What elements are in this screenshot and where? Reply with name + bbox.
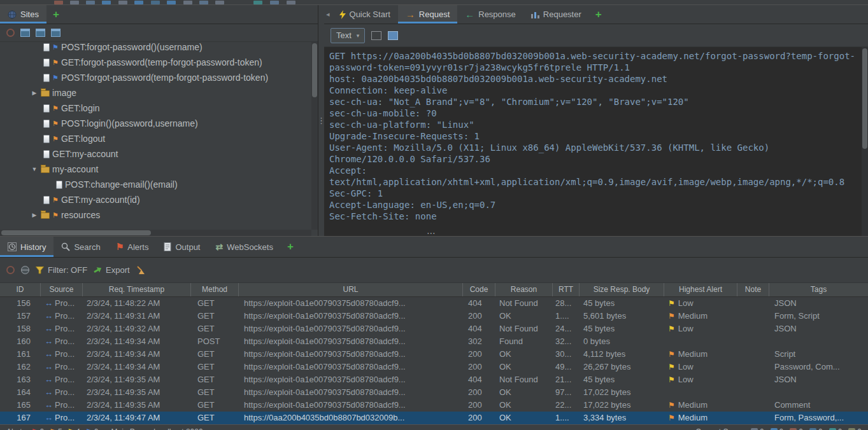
toolbar-icon-fragment	[54, 1, 63, 4]
cell-rtt: 97...	[553, 386, 580, 399]
add-workspace-tab-button[interactable]: +	[589, 5, 608, 24]
tree-item[interactable]: ▼my-account	[0, 162, 318, 177]
tab-search[interactable]: Search	[53, 237, 108, 257]
history-row[interactable]: 167↔Pro...2/3/24, 11:49:47 AMGEThttps://…	[0, 412, 868, 424]
tab-scroll-left-icon[interactable]: ◂	[324, 5, 332, 24]
tab-history[interactable]: History	[0, 237, 53, 257]
cell-url: https://exploit-0a1e00790375d08780adcf9.…	[239, 335, 463, 348]
cell-code: 404	[463, 297, 495, 310]
history-row[interactable]: 164↔Pro...2/3/24, 11:49:35 AMGEThttps://…	[0, 386, 868, 399]
scan-count-value: 0	[818, 427, 823, 430]
vertical-splitter[interactable]: ⋮	[318, 5, 324, 236]
cell-size: 26,267 bytes	[580, 361, 664, 373]
tab-output[interactable]: Output	[156, 237, 208, 257]
request-vertical-scrollbar[interactable]	[862, 47, 868, 236]
source-label: Pro...	[55, 335, 75, 348]
column-header[interactable]: Tags	[769, 283, 868, 296]
history-row[interactable]: 161↔Pro...2/3/24, 11:49:34 AMGEThttps://…	[0, 348, 868, 361]
proxy-arrows-icon: ↔	[45, 399, 53, 412]
cell-rtt: 32...	[553, 335, 580, 348]
horizontal-splitter[interactable]: ⋯	[427, 228, 436, 238]
column-header[interactable]: Source	[41, 283, 83, 296]
tree-item[interactable]: GET:my-account	[0, 146, 318, 162]
history-row[interactable]: 162↔Pro...2/3/24, 11:49:34 AMGEThttps://…	[0, 361, 868, 373]
tree-item[interactable]: ▶⚑resources	[0, 207, 318, 223]
tab-sites[interactable]: Sites	[0, 5, 46, 24]
history-row[interactable]: 160↔Pro...2/3/24, 11:49:34 AMPOSThttps:/…	[0, 335, 868, 348]
tab-websockets[interactable]: ⇄ WebSockets	[208, 237, 280, 257]
sites-tree-horizontal-scrollbar[interactable]	[0, 230, 311, 236]
cell-tags: JSON	[769, 373, 868, 386]
toolbar-icon-fragment	[167, 1, 176, 4]
layout-toggle-icon[interactable]	[371, 31, 381, 40]
history-row[interactable]: 158↔Pro...2/3/24, 11:49:32 AMGEThttps://…	[0, 322, 868, 335]
toolbar-icon-fragment	[102, 1, 111, 4]
history-row[interactable]: 156↔Pro...2/3/24, 11:48:22 AMGEThttps://…	[0, 297, 868, 310]
tab-request[interactable]: → Request	[398, 5, 457, 24]
tree-item[interactable]: ⚑POST:forgot-password(temp-forgot-passwo…	[0, 70, 318, 85]
scope-target-icon[interactable]	[6, 29, 15, 37]
tree-item[interactable]: ⚑GET:logout	[0, 131, 318, 146]
toolbar-icon-fragment	[253, 1, 262, 4]
history-row[interactable]: 157↔Pro...2/3/24, 11:49:31 AMGEThttps://…	[0, 310, 868, 322]
tree-item[interactable]: ⚑GET:forgot-password(temp-forgot-passwor…	[0, 55, 318, 70]
column-header[interactable]: URL	[239, 283, 463, 296]
sites-globe-icon	[8, 10, 17, 19]
cell-size: 45 bytes	[580, 373, 664, 386]
column-header[interactable]: Method	[191, 283, 239, 296]
history-row[interactable]: 163↔Pro...2/3/24, 11:49:35 AMGEThttps://…	[0, 373, 868, 386]
cell-note	[737, 361, 769, 373]
add-sites-tab-button[interactable]: +	[46, 5, 66, 24]
tab-label: Response	[478, 10, 516, 19]
filter-button[interactable]: Filter: OFF	[36, 265, 87, 275]
cell-url: https://exploit-0a1e00790375d08780adcf9.…	[239, 310, 463, 322]
scan-count-value: 0	[779, 427, 784, 430]
expand-arrow-icon[interactable]: ▶	[31, 90, 38, 96]
sites-tree-vertical-scrollbar[interactable]	[311, 42, 318, 230]
column-header[interactable]: Size Resp. Body	[580, 283, 664, 296]
tree-item[interactable]: ▶image	[0, 85, 318, 101]
tree-item[interactable]: ⚑POST:login()(password,username)	[0, 116, 318, 131]
export-context-icon[interactable]	[51, 29, 60, 37]
column-header[interactable]: Code	[463, 283, 495, 296]
column-header[interactable]: Highest Alert	[664, 283, 737, 296]
column-header[interactable]: Req. Timestamp	[83, 283, 191, 296]
tab-requester[interactable]: Requester	[523, 5, 589, 24]
tree-item[interactable]: ⚑GET:my-account(id)	[0, 192, 318, 207]
cell-rtt: 49...	[553, 361, 580, 373]
tree-item-label: POST:login()(password,username)	[61, 118, 198, 128]
collapse-arrow-icon[interactable]: ▼	[31, 166, 38, 172]
document-icon	[164, 242, 171, 251]
request-editor[interactable]: GET https://0aa200b4035bd0b8807bd032009b…	[324, 47, 868, 236]
tree-item[interactable]: ⚑POST:forgot-password()(username)	[0, 42, 318, 55]
export-button[interactable]: Export	[94, 265, 130, 275]
tree-item[interactable]: POST:change-email()(email)	[0, 177, 318, 192]
cell-highest-alert: ⚑Low	[664, 361, 737, 373]
column-header[interactable]: Note	[737, 283, 769, 296]
cell-url: https://exploit-0a1e00790375d08780adcf9.…	[239, 322, 463, 335]
tab-quick-start[interactable]: Quick Start	[332, 5, 398, 24]
add-bottom-tab-button[interactable]: +	[281, 237, 300, 257]
cell-note	[737, 373, 769, 386]
column-header[interactable]: ID	[0, 283, 41, 296]
scan-count-value: 0	[799, 427, 803, 430]
column-header[interactable]: Reason	[495, 283, 553, 296]
tab-alerts[interactable]: ⚑ Alerts	[108, 237, 157, 257]
globe-icon[interactable]	[21, 266, 29, 274]
history-row[interactable]: 165↔Pro...2/3/24, 11:49:35 AMGEThttps://…	[0, 399, 868, 412]
requester-icon	[531, 10, 539, 18]
request-text[interactable]: GET https://0aa200b4035bd0b8807bd032009b…	[324, 47, 868, 222]
new-context-icon[interactable]	[20, 29, 30, 37]
import-context-icon[interactable]	[36, 29, 45, 37]
scope-target-icon[interactable]	[6, 266, 15, 274]
cell-method: GET	[191, 322, 239, 335]
broom-icon[interactable]	[136, 266, 145, 275]
tree-item[interactable]: ⚑GET:login	[0, 101, 318, 116]
tab-response[interactable]: ← Response	[457, 5, 523, 24]
expand-arrow-icon[interactable]: ▶	[31, 212, 38, 218]
view-select[interactable]: Text ▾	[331, 28, 365, 43]
column-header[interactable]: RTT	[553, 283, 580, 296]
split-view-toggle-icon[interactable]	[388, 31, 398, 40]
cell-method: GET	[191, 361, 239, 373]
cell-method: GET	[191, 373, 239, 386]
